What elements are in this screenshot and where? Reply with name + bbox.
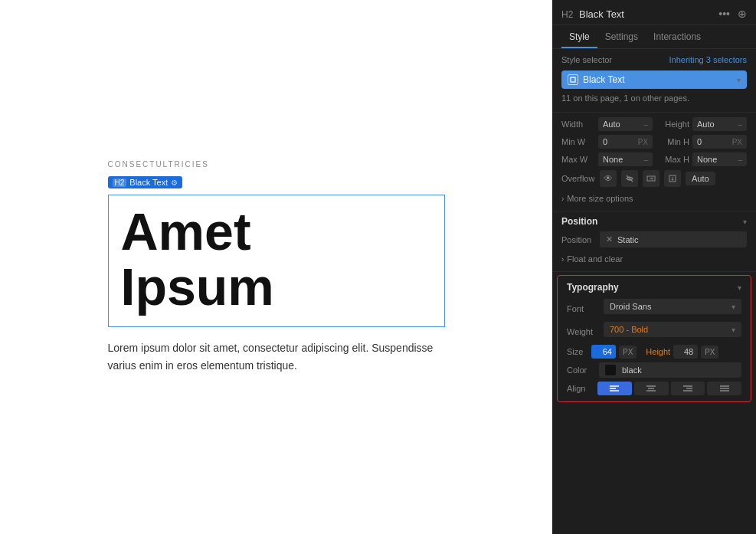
dropdown-chevron-icon: ▾ (737, 76, 741, 84)
align-label: Align (567, 384, 594, 393)
align-left-btn[interactable] (597, 382, 632, 395)
position-section-title: Position (561, 216, 597, 227)
height-label: Height (656, 120, 689, 129)
min-w-label: Min W (561, 137, 595, 146)
position-section-header[interactable]: Position ▾ (561, 216, 747, 227)
weight-dropdown[interactable]: 700 - Bold ▾ (604, 322, 741, 337)
canvas-area: CONSECTULTRICIES H2 Black Text ⚙ Amet Ip… (0, 0, 552, 534)
style-selector-section: Style selector Inheriting 3 selectors Bl… (552, 49, 756, 113)
svg-line-1 (627, 175, 633, 182)
panel-header-icons: ••• ⊕ (718, 8, 747, 20)
panel-h2-badge: H2 (561, 9, 573, 20)
height-dash: – (738, 120, 742, 129)
settings-icon[interactable]: ⊕ (738, 8, 747, 20)
typography-section-title: Typography (567, 282, 619, 293)
more-size-options-btn[interactable]: › More size options (561, 191, 747, 206)
panel-header: H2 Black Text ••• ⊕ (552, 0, 756, 25)
color-row: Color black (567, 362, 741, 378)
overflow-auto-box[interactable]: Auto (686, 172, 715, 185)
position-label: Position (561, 235, 595, 244)
max-h-dash: – (738, 156, 742, 164)
position-value-box[interactable]: ✕ Static (600, 231, 747, 247)
typography-section-header[interactable]: Typography ▾ (567, 282, 741, 293)
typography-chevron-icon: ▾ (738, 283, 741, 292)
overflow-eye-icon[interactable]: 👁 (600, 170, 617, 187)
style-selector-row: Style selector Inheriting 3 selectors (561, 55, 747, 64)
minw-minh-row: Min W 0 PX Min H 0 PX (561, 135, 747, 149)
tab-interactions[interactable]: Interactions (646, 25, 709, 48)
overflow-scroll-x-icon[interactable] (643, 170, 659, 187)
overflow-scroll-y-icon[interactable] (664, 170, 681, 187)
overflow-row: Overflow 👁 Auto (561, 170, 747, 187)
min-h-box[interactable]: 0 PX (692, 135, 747, 149)
svg-rect-0 (571, 77, 575, 82)
tag-name: Black Text (129, 178, 168, 187)
font-chevron-icon: ▾ (731, 303, 735, 311)
weight-row: Weight 700 - Bold ▾ (567, 322, 741, 341)
element-tag-wrapper: H2 Black Text ⚙ (108, 175, 445, 192)
width-dash: – (643, 120, 648, 129)
size-input[interactable] (591, 345, 616, 359)
align-buttons (597, 382, 741, 395)
max-w-box[interactable]: None – (598, 152, 653, 166)
max-h-label: Max H (656, 155, 689, 164)
overflow-label: Overflow (561, 174, 595, 183)
style-selector-label: Style selector (561, 55, 612, 64)
section-label: CONSECTULTRICIES (108, 160, 445, 169)
size-section: Width Auto – Height Auto – Min W 0 PX Mi… (552, 113, 756, 211)
color-label: Color (567, 365, 594, 375)
overflow-hidden-icon[interactable] (621, 170, 638, 187)
height-size-value[interactable]: 48 (673, 345, 698, 359)
panel-title: H2 Black Text (561, 8, 624, 20)
size-unit: PX (619, 346, 637, 359)
weight-chevron-icon: ▾ (731, 326, 735, 334)
height-size-unit: PX (701, 346, 718, 359)
canvas-content: CONSECTULTRICIES H2 Black Text ⚙ Amet Ip… (93, 145, 460, 389)
color-swatch-box[interactable]: black (599, 362, 741, 378)
align-row: Align (567, 382, 741, 395)
heading-block[interactable]: Amet Ipsum (108, 195, 445, 327)
align-right-btn[interactable] (671, 382, 705, 395)
chevron-right-icon: › (561, 195, 564, 203)
min-h-label: Min H (656, 137, 689, 146)
position-chevron-icon: ▾ (743, 218, 747, 226)
right-panel: H2 Black Text ••• ⊕ Style Settings Inter… (552, 0, 756, 534)
panel-tabs: Style Settings Interactions (552, 25, 756, 49)
max-w-dash: – (643, 156, 648, 164)
position-section: Position ▾ Position ✕ Static › Float and… (552, 211, 756, 272)
max-w-label: Max W (561, 155, 595, 164)
more-options-icon[interactable]: ••• (718, 8, 730, 20)
height-value-box[interactable]: Auto – (692, 117, 747, 131)
heading-text: Amet Ipsum (121, 205, 432, 314)
element-tag[interactable]: H2 Black Text ⚙ (108, 176, 183, 188)
tab-settings[interactable]: Settings (597, 25, 646, 48)
position-x-icon: ✕ (606, 234, 613, 244)
min-w-unit: PX (638, 138, 648, 146)
info-text: 11 on this page, 1 on other pages. (561, 93, 747, 103)
weight-label: Weight (567, 327, 601, 336)
font-dropdown[interactable]: Droid Sans ▾ (604, 299, 741, 314)
selector-dropdown-left: Black Text (568, 74, 624, 85)
font-row: Font Droid Sans ▾ (567, 299, 741, 318)
align-center-btn[interactable] (634, 382, 669, 395)
size-label: Size (567, 347, 588, 356)
maxw-maxh-row: Max W None – Max H None – (561, 152, 747, 166)
height-size-label: Height (646, 347, 670, 356)
align-justify-btn[interactable] (707, 382, 741, 395)
float-clear-btn[interactable]: › Float and clear (561, 251, 747, 267)
selector-icon (568, 74, 578, 85)
overflow-icons: 👁 (600, 170, 681, 187)
body-text: Lorem ipsum dolor sit amet, consectetur … (108, 339, 445, 374)
width-value-box[interactable]: Auto – (598, 117, 653, 131)
min-w-box[interactable]: 0 PX (598, 135, 653, 149)
max-h-box[interactable]: None – (692, 152, 747, 166)
width-height-row: Width Auto – Height Auto – (561, 117, 747, 131)
font-label: Font (567, 304, 601, 313)
tab-style[interactable]: Style (561, 25, 597, 48)
selector-dropdown[interactable]: Black Text ▾ (561, 70, 747, 89)
inheriting-text: Inheriting 3 selectors (669, 55, 747, 64)
position-row: Position ✕ Static (561, 231, 747, 247)
gear-icon[interactable]: ⚙ (171, 179, 178, 187)
chevron-right-icon-2: › (561, 255, 564, 264)
min-h-unit: PX (732, 138, 742, 146)
